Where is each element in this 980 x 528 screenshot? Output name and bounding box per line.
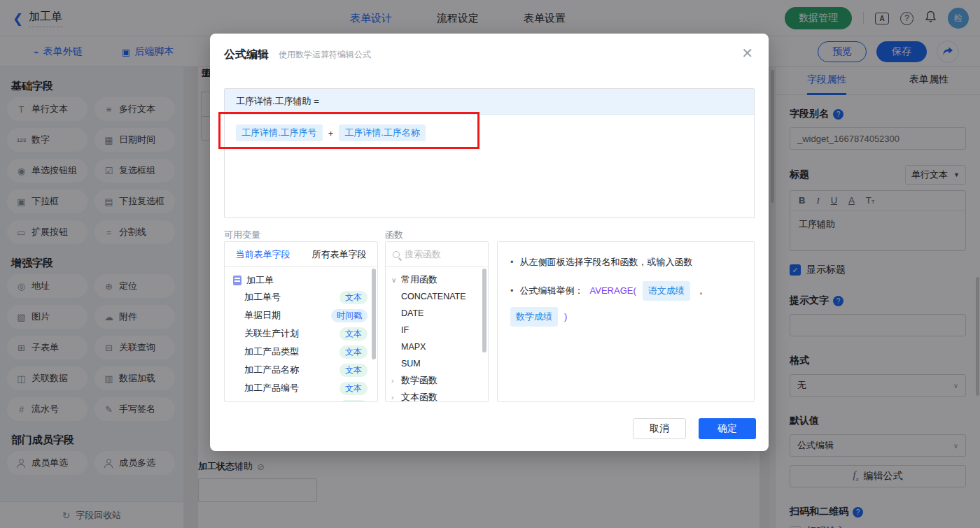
variables-tab[interactable]: 所有表单字段 [312, 248, 367, 261]
form-doc-icon [233, 276, 241, 285]
variable-name: 加工产品编号 [244, 382, 299, 394]
function-list: ∨ 常用函数 CONCATENATEDATEIFMAPXSUM › 数学函数 [386, 267, 488, 402]
close-icon[interactable]: ✕ [741, 46, 753, 60]
variables-panel: 当前表单字段所有表单字段 加工单 加工单号 文本 单据日期 时间戳 [224, 241, 378, 402]
function-search-placeholder: 搜索函数 [405, 248, 441, 261]
modal-footer: 取消 确定 [633, 418, 756, 439]
function-groups: ∨ 常用函数 CONCATENATEDATEIFMAPXSUM › 数学函数 [386, 271, 488, 402]
chevron-icon: › [391, 394, 397, 401]
variable-name: 加工产品名称 [244, 364, 299, 376]
hint-line-1: • 从左侧面板选择字段名和函数，或输入函数 [510, 255, 741, 270]
variable-name: 单据日期 [244, 309, 281, 322]
function-group: › 数学函数 [386, 372, 488, 389]
function-items: CONCATENATEDATEIFMAPXSUM [386, 288, 488, 372]
functions-label: 函数 [385, 229, 403, 241]
function-item[interactable]: CONCATENATE [386, 288, 488, 305]
hint-function-name: AVERAGE( [590, 283, 636, 299]
formula-edit-modal: 公式编辑 使用数学运算符编辑公式 ✕ 工序详情.工序辅助 = 工序详情.工序序号… [210, 34, 769, 451]
variables-list: 加工单 加工单号 文本 单据日期 时间戳 关联生产计划 文本 [225, 267, 377, 402]
function-group: ∨ 常用函数 CONCATENATEDATEIFMAPXSUM [386, 271, 488, 372]
functions-panel: 搜索函数 ∨ 常用函数 CONCATENATEDATEIFMAPXSUM [385, 241, 489, 402]
modal-title: 公式编辑 [224, 48, 269, 62]
variable-row[interactable]: 加工产品类型 文本 [225, 343, 377, 361]
function-item[interactable]: MAPX [386, 338, 488, 355]
chevron-icon: › [391, 377, 397, 385]
bullet-icon: • [510, 283, 514, 299]
chevron-icon: ∨ [391, 276, 397, 284]
function-group-name: 数学函数 [401, 374, 438, 387]
function-group-name: 文本函数 [401, 391, 438, 402]
form-tree-root[interactable]: 加工单 [225, 267, 377, 288]
formula-token[interactable]: 工序详情.工序序号 [236, 124, 323, 141]
variables-tab[interactable]: 当前表单字段 [236, 248, 290, 261]
function-item[interactable]: IF [386, 322, 488, 338]
hint-function-close: ) [564, 309, 567, 324]
search-icon [393, 251, 400, 258]
variables-label: 可用变量 [224, 229, 260, 241]
variable-type-badge: 时间戳 [331, 309, 368, 322]
hint-text-1: 从左侧面板选择字段名和函数，或输入函数 [520, 255, 693, 270]
variable-name: 加工单号 [244, 291, 281, 304]
modal-header: 公式编辑 使用数学运算符编辑公式 [210, 34, 769, 73]
formula-expression[interactable]: 工序详情.工序序号 + 工序详情.工序名称 [225, 115, 754, 151]
variable-row[interactable]: 关联生产计划 文本 [225, 324, 377, 343]
variable-type-badge: 文本 [340, 364, 368, 377]
variables-scrollbar-thumb[interactable] [372, 269, 376, 359]
variable-rows: 加工单号 文本 单据日期 时间戳 关联生产计划 文本 加工产品类型 文本 [225, 288, 377, 402]
function-item[interactable]: DATE [386, 305, 488, 322]
variable-row[interactable]: 加工产品名称 文本 [225, 361, 377, 379]
formula-token[interactable]: 工序详情.工序名称 [339, 124, 426, 141]
app-root: ❮ 加工单 表单设计流程设定表单设置 数据管理 A ? 检 ⌁ 表单外链 ▣ 后… [0, 0, 980, 528]
hint-example-prefix: 公式编辑举例： [520, 283, 584, 299]
hint-arg-chip: 语文成绩 [643, 281, 690, 301]
function-item[interactable]: SUM [386, 355, 488, 372]
function-group-row[interactable]: ∨ 常用函数 [386, 271, 488, 288]
variable-row[interactable]: 单据日期 时间戳 [225, 306, 377, 324]
variable-row[interactable]: 加工单号 文本 [225, 288, 377, 306]
variable-type-badge: 文本 [340, 291, 368, 304]
variable-name: 加工产品类型 [244, 345, 299, 358]
functions-scrollbar-thumb[interactable] [482, 269, 486, 352]
variable-type-badge: 文本 [340, 382, 368, 395]
variable-type-badge: 文本 [340, 345, 368, 359]
variable-row[interactable]: 加工产品编号 文本 [225, 379, 377, 397]
formula-editor[interactable]: 工序详情.工序辅助 = 工序详情.工序序号 + 工序详情.工序名称 [224, 88, 755, 218]
hint-panel: • 从左侧面板选择字段名和函数，或输入函数 • 公式编辑举例： AVERAGE(… [497, 241, 755, 402]
hint-arg-chip: 数学成绩 [510, 307, 558, 327]
form-tree-root-label: 加工单 [246, 274, 274, 287]
function-search[interactable]: 搜索函数 [386, 242, 488, 267]
variable-name: 关联生产计划 [244, 327, 299, 340]
function-group: › 文本函数 [386, 389, 488, 402]
hint-line-2: • 公式编辑举例： AVERAGE( 语文成绩 ， 数学成绩 ) [510, 281, 741, 327]
variable-type-badge: 文本 [340, 400, 368, 403]
function-group-row[interactable]: › 文本函数 [386, 389, 488, 402]
formula-operator: + [328, 128, 334, 138]
function-group-name: 常用函数 [401, 273, 438, 286]
confirm-button[interactable]: 确定 [699, 418, 756, 439]
bullet-icon: • [510, 255, 514, 270]
formula-target: 工序详情.工序辅助 = [225, 89, 754, 115]
variables-tab-bar: 当前表单字段所有表单字段 [225, 242, 377, 267]
variable-type-badge: 文本 [340, 327, 368, 341]
hint-comma: ， [696, 283, 706, 299]
modal-subtitle: 使用数学运算符编辑公式 [279, 49, 371, 61]
cancel-button[interactable]: 取消 [633, 418, 686, 439]
variable-row[interactable]: 文本 [225, 397, 377, 402]
function-group-row[interactable]: › 数学函数 [386, 372, 488, 389]
